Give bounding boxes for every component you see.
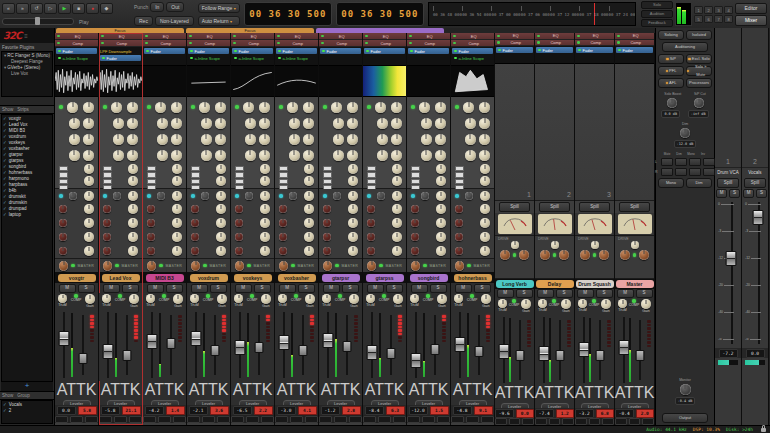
channel-fader[interactable] xyxy=(620,316,627,384)
gain-value[interactable]: -4.8 xyxy=(453,406,472,415)
scene-button-7[interactable]: 7 xyxy=(714,15,723,23)
comp-header[interactable]: Comp xyxy=(143,40,186,47)
comp-ratio-knob[interactable] xyxy=(69,192,77,200)
mini-button[interactable] xyxy=(261,416,274,423)
mini-button[interactable] xyxy=(495,418,507,425)
eq-freq-knob[interactable] xyxy=(391,150,402,161)
channel-name[interactable]: voxgtr xyxy=(58,274,96,282)
send-knob-b[interactable] xyxy=(304,232,314,242)
visible-checkmark[interactable]: ✓ xyxy=(3,176,7,181)
eq-freq-knob[interactable] xyxy=(259,150,270,161)
rec-button[interactable]: Rec xyxy=(134,16,153,26)
send-knob-b[interactable] xyxy=(436,232,446,242)
favorite-plugins-list[interactable]: ▾RC Flanger S (Mono)Deepest Flange▾GVerb… xyxy=(1,51,53,97)
eq-freq-knob[interactable] xyxy=(435,102,446,113)
fader-processor-row[interactable]: Fader xyxy=(100,55,141,61)
auto-return-select[interactable]: Auto Return ▾ xyxy=(198,16,240,26)
group-list[interactable]: ✓Vocals✓2 xyxy=(1,400,53,424)
send-knob-a[interactable] xyxy=(191,247,199,255)
monitor-level-value[interactable]: -0.4 dB xyxy=(675,397,696,405)
comp-thresh-knob[interactable] xyxy=(480,191,490,201)
drive-knob[interactable] xyxy=(620,250,630,260)
visible-checkmark[interactable]: ✓ xyxy=(3,128,7,133)
solo-button[interactable]: S xyxy=(78,284,95,293)
comp-thresh-knob[interactable] xyxy=(348,191,358,201)
processor-box[interactable]: Fadera-Inline Scope xyxy=(231,47,274,66)
send-knob-a[interactable] xyxy=(59,205,67,213)
favorite-plugin-preset[interactable]: Live Vox xyxy=(2,70,52,76)
visible-checkmark[interactable]: ✓ xyxy=(3,182,7,187)
scope-processor-row[interactable]: a-Inline Scope xyxy=(56,55,97,61)
mini-button[interactable] xyxy=(522,418,534,425)
gain-value[interactable]: -12.0 xyxy=(409,406,428,415)
filter-buttons[interactable] xyxy=(411,166,420,190)
compressor-fader[interactable] xyxy=(431,311,438,379)
sip-cut-value[interactable]: -inf dB xyxy=(688,110,709,118)
eq-header[interactable]: EQ xyxy=(99,33,142,40)
solo-boost-value[interactable]: 0.0 dB xyxy=(661,110,680,118)
eq-freq-knob[interactable] xyxy=(303,150,314,161)
comp-header[interactable]: Comp xyxy=(275,40,318,47)
mode-button-processors[interactable]: Processors xyxy=(686,78,712,88)
solo-button[interactable]: S xyxy=(254,284,271,293)
send-knob-a[interactable] xyxy=(279,233,287,241)
mute-button[interactable]: M xyxy=(59,284,76,293)
filter-buttons[interactable] xyxy=(235,166,244,190)
channel-fader[interactable] xyxy=(148,311,157,379)
hpf-knob[interactable] xyxy=(348,164,358,174)
gain-knob[interactable] xyxy=(481,294,491,304)
dim-button[interactable]: Dim xyxy=(686,178,712,188)
send-knob-b[interactable] xyxy=(172,218,182,228)
eq-freq-knob[interactable] xyxy=(479,102,490,113)
send-knob-b[interactable] xyxy=(216,204,226,214)
comp-ratio-knob[interactable] xyxy=(113,192,121,200)
eq-gain-knob[interactable] xyxy=(201,118,212,129)
compressor-fader-cap[interactable] xyxy=(430,344,439,355)
gain-knob[interactable] xyxy=(305,294,315,304)
eq-freq-knob[interactable] xyxy=(259,118,270,129)
send-knob-b[interactable] xyxy=(172,246,182,256)
go-start-button[interactable]: « xyxy=(2,3,15,14)
mini-button[interactable] xyxy=(275,416,288,423)
eq-freq-knob[interactable] xyxy=(215,102,226,113)
compressor-fader-cap[interactable] xyxy=(210,345,219,356)
processor-box[interactable]: Fader xyxy=(495,46,534,64)
eq-freq-knob[interactable] xyxy=(347,150,358,161)
channel-fader[interactable] xyxy=(412,311,421,379)
trim-knob[interactable] xyxy=(190,294,199,303)
trim-knob[interactable] xyxy=(102,294,111,303)
comp-ratio-knob[interactable] xyxy=(333,192,341,200)
send-knob-a[interactable] xyxy=(147,247,155,255)
compressor-fader[interactable] xyxy=(167,311,174,379)
visible-checkmark[interactable]: ✓ xyxy=(3,200,7,205)
comp-header[interactable]: Comp xyxy=(187,40,230,47)
eq-gain-knob[interactable] xyxy=(245,150,256,161)
gain-value[interactable]: 0.0 xyxy=(57,406,76,415)
filter-buttons[interactable] xyxy=(367,166,376,190)
filter-buttons[interactable] xyxy=(323,166,332,190)
eq-gain-knob[interactable] xyxy=(333,150,344,161)
compressor-fader-cap[interactable] xyxy=(254,342,263,353)
mute-button[interactable]: M xyxy=(537,289,554,298)
hpf-knob[interactable] xyxy=(128,164,138,174)
send-knob-a[interactable] xyxy=(367,205,375,213)
gain-value[interactable]: -0.4 xyxy=(615,409,634,418)
peak-value[interactable]: 6.3 xyxy=(386,406,405,415)
scope-processor-row[interactable]: a-Inline Scope xyxy=(188,55,229,61)
mini-button[interactable] xyxy=(562,418,574,425)
bus-input-knob[interactable] xyxy=(631,241,639,249)
scene-button-5[interactable]: 5 xyxy=(694,15,703,23)
send-knob-b[interactable] xyxy=(480,218,490,228)
mini-button[interactable] xyxy=(466,416,479,423)
send-knob-a[interactable] xyxy=(411,247,419,255)
processor-box[interactable]: Fader xyxy=(615,46,654,64)
eq-freq-knob[interactable] xyxy=(215,134,226,145)
mini-button[interactable] xyxy=(629,418,641,425)
visible-checkmark[interactable]: ✓ xyxy=(3,408,7,413)
scene-button-8[interactable]: 8 xyxy=(724,15,733,23)
hpf-knob[interactable] xyxy=(392,164,402,174)
channel-name[interactable]: gtarpsr xyxy=(322,274,360,282)
send-knob-a[interactable] xyxy=(323,205,331,213)
mode-button-pfl[interactable]: PFL xyxy=(658,66,684,76)
eq-freq-knob[interactable] xyxy=(215,150,226,161)
